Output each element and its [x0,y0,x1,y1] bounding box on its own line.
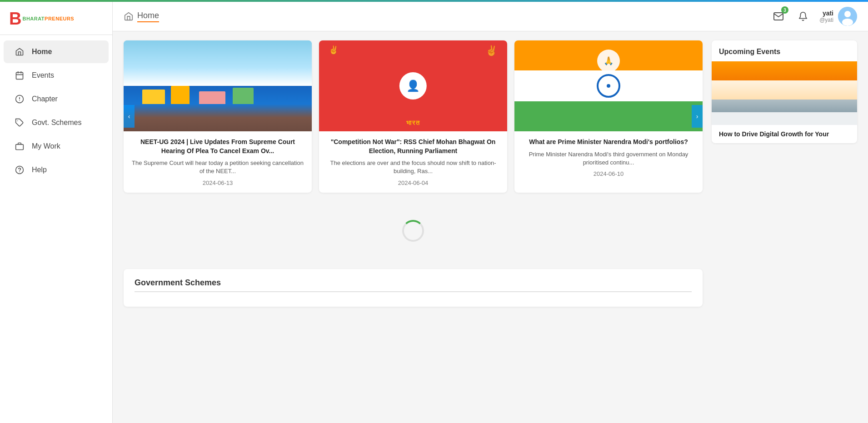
sidebar-item-govt-schemes[interactable]: Govt. Schemes [4,111,109,134]
news-card-1[interactable]: 👤 ✌ ✌ भारत "Competition Not War": RSS Ch… [319,40,507,193]
news-cards-row: NEET-UG 2024 | Live Updates From Supreme… [124,40,703,193]
logo-text: BHARATPRENEURS [22,16,74,21]
loading-spinner [124,202,703,260]
sidebar-item-label-events: Events [32,71,54,80]
avatar-image [838,7,857,26]
help-icon [15,165,25,175]
news-card-0[interactable]: NEET-UG 2024 | Live Updates From Supreme… [124,40,312,193]
header-home-icon [124,11,134,21]
spinner [402,220,424,242]
main-area: Home 3 [113,2,868,423]
upcoming-events-panel: Upcoming Events How to Drive Digital Gro… [712,40,857,143]
sidebar-item-my-work[interactable]: My Work [4,135,109,158]
logo-area: B BHARATPRENEURS [0,2,112,35]
header-right: 3 yati @yati [770,7,857,26]
content-area: ‹ [113,31,868,423]
sidebar-item-chapter[interactable]: Chapter [4,88,109,110]
sidebar-item-home[interactable]: Home [4,40,109,63]
sidebar-item-label-chapter: Chapter [32,95,58,103]
news-card-desc-0: The Supreme Court will hear today a peti… [131,159,304,175]
logo: B BHARATPRENEURS [9,10,103,27]
news-card-title-1: "Competition Not War": RSS Chief Mohan B… [326,138,500,155]
sidebar-item-events[interactable]: Events [4,64,109,87]
user-handle: @yati [819,17,833,23]
user-info[interactable]: yati @yati [819,7,857,26]
tag-icon [15,118,25,128]
home-icon [15,47,25,57]
sidebar-item-label-govt-schemes: Govt. Schemes [32,119,81,127]
svg-point-13 [842,19,853,26]
user-avatar[interactable] [838,7,857,26]
news-card-image-1: 👤 ✌ ✌ भारत [319,40,507,131]
news-card-body-2: What are Prime Minister Narendra Modi's … [514,131,703,184]
carousel-prev-button[interactable]: ‹ [124,105,135,128]
sidebar-item-help[interactable]: Help [4,159,109,181]
government-schemes-section: Government Schemes [124,269,703,307]
logo-letter: B [9,10,21,27]
sidebar-item-label-help: Help [32,166,47,174]
news-card-body-1: "Competition Not War": RSS Chief Mohan B… [319,131,507,193]
logo-brand-orange: PRENEURS [45,16,74,21]
sidebar-nav: Home Events [0,35,112,187]
header: Home 3 [113,2,868,31]
user-name-block: yati @yati [819,10,833,23]
svg-point-12 [844,11,851,17]
sidebar-item-label-home: Home [32,48,52,56]
header-title: Home [137,11,159,22]
news-carousel: ‹ [124,40,703,193]
chapter-icon [15,94,25,104]
logo-brand-green: BHARAT [22,16,45,21]
news-card-date-2: 2024-06-10 [522,170,695,177]
news-card-2[interactable]: 🙏 What are Prime Minister Narendra Modi'… [514,40,703,193]
news-card-date-1: 2024-06-04 [326,179,500,186]
news-card-desc-2: Prime Minister Narendra Modi's third gov… [522,150,695,167]
news-card-title-0: NEET-UG 2024 | Live Updates From Supreme… [131,138,304,155]
svg-rect-0 [16,72,23,79]
notifications-button[interactable] [795,8,811,25]
events-icon [15,70,25,80]
news-card-title-2: What are Prime Minister Narendra Modi's … [522,138,695,147]
logo-brand: BHARATPRENEURS [22,16,74,21]
upcoming-events-title: Upcoming Events [712,40,857,61]
briefcase-icon [15,141,25,151]
event-image [712,61,857,125]
carousel-next-button[interactable]: › [692,105,703,128]
messages-button[interactable]: 3 [770,8,787,25]
bell-icon [798,11,808,21]
news-card-image-2: 🙏 [514,40,703,131]
messages-badge: 3 [781,6,788,14]
event-card-title: How to Drive Digital Growth for Your [712,125,857,143]
layout: B BHARATPRENEURS Home [0,2,868,423]
header-left: Home [124,11,159,22]
news-card-image-0 [124,40,312,131]
svg-rect-8 [16,144,24,150]
content-main: ‹ [124,40,703,414]
content-right: Upcoming Events How to Drive Digital Gro… [712,40,857,414]
header-title-text: Home [137,11,159,22]
news-card-body-0: NEET-UG 2024 | Live Updates From Supreme… [124,131,312,193]
news-card-desc-1: The elections are over and the focus sho… [326,159,500,175]
news-card-date-0: 2024-06-13 [131,179,304,186]
sidebar-item-label-my-work: My Work [32,142,60,150]
sidebar: B BHARATPRENEURS Home [0,2,113,423]
user-name: yati [819,10,833,17]
government-schemes-title: Government Schemes [135,278,692,292]
